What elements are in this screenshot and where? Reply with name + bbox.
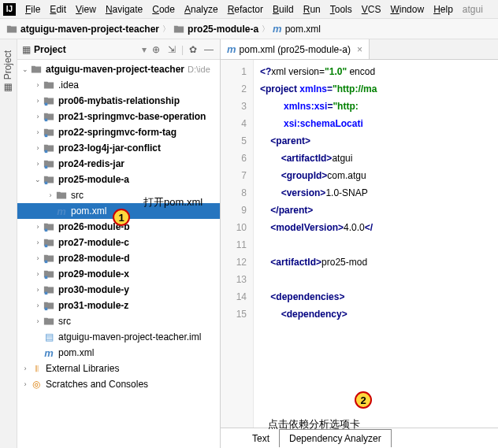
svg-rect-9 xyxy=(45,276,48,280)
svg-rect-6 xyxy=(45,229,48,232)
menu-tools[interactable]: Tools xyxy=(325,2,357,17)
menu-window[interactable]: Window xyxy=(385,2,429,17)
close-icon[interactable]: × xyxy=(357,44,362,55)
tree-scratches[interactable]: › ◎ Scratches and Consoles xyxy=(17,376,220,392)
svg-rect-11 xyxy=(45,308,48,311)
callout-1: 1 xyxy=(113,209,130,226)
callout-1-text: 打开pom.xml xyxy=(143,195,203,209)
menu-run[interactable]: Run xyxy=(299,2,325,17)
menu-edit[interactable]: Edit xyxy=(45,2,71,17)
tree-item[interactable]: ›pro06-mybatis-relationship xyxy=(17,93,220,109)
tree-item[interactable]: ›pro28-module-d xyxy=(17,250,220,266)
menu-bar: IJ FileEditViewNavigateCodeAnalyzeRefact… xyxy=(0,0,498,19)
iml-icon: ▤ xyxy=(45,331,54,342)
menu-analyze[interactable]: Analyze xyxy=(180,2,223,17)
svg-rect-3 xyxy=(45,150,48,154)
menu-help[interactable]: Help xyxy=(429,2,458,17)
menu-navigate[interactable]: Navigate xyxy=(101,2,147,17)
project-hint: atgui xyxy=(463,4,483,15)
tree-item[interactable]: ›src xyxy=(17,313,220,329)
scratches-icon: ◎ xyxy=(30,379,43,390)
breadcrumb-module[interactable]: pro25-module-a xyxy=(188,24,258,35)
tree-item[interactable]: ›pro29-module-x xyxy=(17,266,220,282)
tree-item[interactable]: ›pro23-log4j-jar-conflict xyxy=(17,140,220,156)
menu-view[interactable]: View xyxy=(71,2,101,17)
project-tree[interactable]: ⌄ atguigu-maven-project-teacher D:\ide ›… xyxy=(17,60,220,448)
breadcrumb-root[interactable]: atguigu-maven-project-teacher xyxy=(20,24,159,35)
project-tool-tab[interactable]: ▦ Project xyxy=(0,47,16,97)
menu-vcs[interactable]: VCS xyxy=(357,2,386,17)
maven-icon: m xyxy=(273,23,282,35)
dropdown-icon[interactable]: ▾ xyxy=(142,44,147,55)
tree-item[interactable]: ›pro22-springmvc-form-tag xyxy=(17,124,220,140)
project-panel: ▦ Project ▾ ⊕ ⇲ | ✿ — ⌄ atguigu-maven-pr… xyxy=(17,39,221,448)
maven-icon: m xyxy=(57,205,66,217)
tree-item[interactable]: ›pro30-module-y xyxy=(17,282,220,298)
left-tool-strip: ▦ Project xyxy=(0,39,17,448)
chevron-right-icon: 〉 xyxy=(162,24,170,35)
menu-build[interactable]: Build xyxy=(268,2,299,17)
tab-dependency-analyzer[interactable]: Dependency Analyzer xyxy=(279,429,392,447)
tree-item[interactable]: ›.idea xyxy=(17,77,220,93)
target-icon[interactable]: ⊕ xyxy=(150,43,162,56)
tree-external-libs[interactable]: › ⫴ External Libraries xyxy=(17,361,220,376)
project-icon: ▦ xyxy=(2,83,13,94)
menu-file[interactable]: File xyxy=(20,2,45,17)
svg-rect-1 xyxy=(45,119,48,122)
project-icon: ▦ xyxy=(22,44,31,55)
breadcrumb-bar: atguigu-maven-project-teacher 〉 pro25-mo… xyxy=(0,19,498,39)
editor-area: m pom.xml (pro25-module-a) × 12345678910… xyxy=(221,39,498,448)
tree-item[interactable]: ⌄pro25-module-a xyxy=(17,172,220,187)
menu-code[interactable]: Code xyxy=(147,2,180,17)
folder-icon xyxy=(6,24,17,35)
svg-rect-0 xyxy=(45,103,48,106)
tree-item[interactable]: ›pro31-module-z xyxy=(17,298,220,313)
expand-icon[interactable]: ⇲ xyxy=(165,43,178,56)
callout-2: 2 xyxy=(355,391,372,409)
library-icon: ⫴ xyxy=(30,363,43,374)
editor-tab-bar: m pom.xml (pro25-module-a) × xyxy=(221,39,498,60)
svg-rect-8 xyxy=(45,261,48,264)
callout-2-text: 点击依赖分析选项卡 xyxy=(268,417,360,431)
menu-refactor[interactable]: Refactor xyxy=(223,2,268,17)
maven-icon: m xyxy=(44,347,54,359)
app-icon: IJ xyxy=(3,3,16,16)
tab-text[interactable]: Text xyxy=(243,430,279,447)
editor-tab[interactable]: m pom.xml (pro25-module-a) × xyxy=(221,39,370,59)
gutter: 123456789101112131415 xyxy=(221,60,254,428)
panel-header: ▦ Project ▾ ⊕ ⇲ | ✿ — xyxy=(17,39,220,60)
hide-icon[interactable]: — xyxy=(203,43,215,56)
folder-icon xyxy=(173,24,184,35)
svg-rect-7 xyxy=(45,245,48,248)
tree-root[interactable]: ⌄ atguigu-maven-project-teacher D:\ide xyxy=(17,61,220,77)
svg-rect-2 xyxy=(45,135,48,138)
panel-title: Project xyxy=(34,44,139,55)
tree-item[interactable]: mpom.xml xyxy=(17,345,220,361)
breadcrumb-file[interactable]: pom.xml xyxy=(285,24,321,35)
svg-rect-10 xyxy=(45,292,48,295)
chevron-right-icon: 〉 xyxy=(262,24,269,35)
tree-item[interactable]: ›pro27-module-c xyxy=(17,235,220,250)
svg-rect-4 xyxy=(45,166,48,169)
tree-item[interactable]: ›pro21-springmvc-base-operation xyxy=(17,109,220,124)
code-editor[interactable]: <?xml version="1.0" encod<project xmlns=… xyxy=(254,60,498,428)
gear-icon[interactable]: ✿ xyxy=(187,43,199,56)
svg-rect-5 xyxy=(45,182,48,185)
tree-item[interactable]: ▤atguigu-maven-project-teacher.iml xyxy=(17,329,220,345)
maven-icon: m xyxy=(227,43,236,55)
tree-item[interactable]: ›pro24-redis-jar xyxy=(17,156,220,172)
